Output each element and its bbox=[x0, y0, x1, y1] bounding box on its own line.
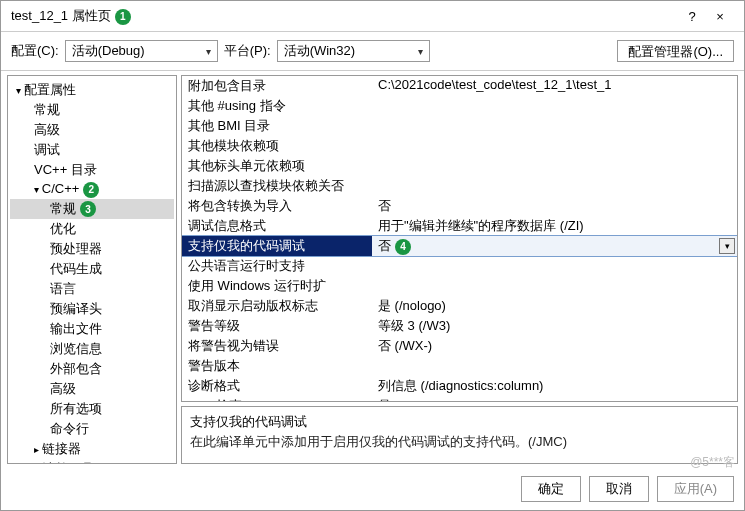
dropdown-button[interactable]: ▾ bbox=[719, 238, 735, 254]
tree-cxx[interactable]: C/C++2 bbox=[10, 180, 174, 199]
property-value[interactable] bbox=[372, 116, 737, 136]
config-label: 配置(C): bbox=[11, 42, 59, 60]
config-combo[interactable]: 活动(Debug) ▾ bbox=[65, 40, 218, 62]
property-row[interactable]: 支持仅我的代码调试否4 bbox=[182, 236, 737, 256]
property-value[interactable]: 否 bbox=[372, 196, 737, 216]
property-value[interactable]: 否4 bbox=[372, 236, 737, 256]
tree-item[interactable]: 预编译头 bbox=[10, 299, 174, 319]
tree-item[interactable]: 高级 bbox=[10, 379, 174, 399]
platform-label: 平台(P): bbox=[224, 42, 271, 60]
chevron-down-icon: ▾ bbox=[206, 46, 211, 57]
annotation-badge-3: 3 bbox=[80, 201, 96, 217]
property-row[interactable]: 附加包含目录C:\2021code\test_code\test_12_1\te… bbox=[182, 76, 737, 96]
tree-item[interactable]: 清单工具 bbox=[10, 459, 174, 465]
description-heading: 支持仅我的代码调试 bbox=[190, 413, 729, 431]
cancel-button[interactable]: 取消 bbox=[589, 476, 649, 502]
property-name: SDL 检查 bbox=[182, 396, 372, 402]
tree-item[interactable]: 高级 bbox=[10, 120, 174, 140]
tree-item[interactable]: 命令行 bbox=[10, 419, 174, 439]
titlebar: test_12_1 属性页1 ? × bbox=[1, 1, 744, 32]
property-row[interactable]: 诊断格式列信息 (/diagnostics:column) bbox=[182, 376, 737, 396]
tree-item[interactable]: 所有选项 bbox=[10, 399, 174, 419]
property-value[interactable]: C:\2021code\test_code\test_12_1\test_1 bbox=[372, 76, 737, 96]
tree-item[interactable]: 常规3 bbox=[10, 199, 174, 219]
property-value[interactable] bbox=[372, 136, 737, 156]
platform-value: 活动(Win32) bbox=[284, 42, 414, 60]
property-row[interactable]: 调试信息格式用于"编辑并继续"的程序数据库 (/ZI) bbox=[182, 216, 737, 236]
property-name: 公共语言运行时支持 bbox=[182, 256, 372, 276]
property-row[interactable]: 其他 BMI 目录 bbox=[182, 116, 737, 136]
property-grid[interactable]: 附加包含目录C:\2021code\test_code\test_12_1\te… bbox=[181, 75, 738, 402]
tree-item[interactable]: VC++ 目录 bbox=[10, 160, 174, 180]
footer: 确定 取消 应用(A) bbox=[1, 468, 744, 510]
tree-root[interactable]: 配置属性 bbox=[10, 80, 174, 100]
property-row[interactable]: SDL 检查是 (/sdl) bbox=[182, 396, 737, 402]
description-pane: 支持仅我的代码调试 在此编译单元中添加用于启用仅我的代码调试的支持代码。(/JM… bbox=[181, 406, 738, 464]
property-name: 其他 BMI 目录 bbox=[182, 116, 372, 136]
property-value[interactable] bbox=[372, 256, 737, 276]
tree-item[interactable]: 优化 bbox=[10, 219, 174, 239]
property-row[interactable]: 取消显示启动版权标志是 (/nologo) bbox=[182, 296, 737, 316]
property-name: 将包含转换为导入 bbox=[182, 196, 372, 216]
annotation-badge-2: 2 bbox=[83, 182, 99, 198]
property-value[interactable] bbox=[372, 276, 737, 296]
window-title: test_12_1 属性页1 bbox=[11, 7, 678, 25]
property-name: 扫描源以查找模块依赖关否 bbox=[182, 176, 372, 196]
property-name: 取消显示启动版权标志 bbox=[182, 296, 372, 316]
property-name: 警告等级 bbox=[182, 316, 372, 336]
property-row[interactable]: 公共语言运行时支持 bbox=[182, 256, 737, 276]
config-value: 活动(Debug) bbox=[72, 42, 202, 60]
property-name: 将警告视为错误 bbox=[182, 336, 372, 356]
property-row[interactable]: 警告等级等级 3 (/W3) bbox=[182, 316, 737, 336]
platform-combo[interactable]: 活动(Win32) ▾ bbox=[277, 40, 430, 62]
description-text: 在此编译单元中添加用于启用仅我的代码调试的支持代码。(/JMC) bbox=[190, 433, 729, 451]
tree-item[interactable]: 浏览信息 bbox=[10, 339, 174, 359]
tree-item[interactable]: 输出文件 bbox=[10, 319, 174, 339]
apply-button[interactable]: 应用(A) bbox=[657, 476, 734, 502]
tree-item[interactable]: 调试 bbox=[10, 140, 174, 160]
property-value[interactable] bbox=[372, 156, 737, 176]
property-value[interactable] bbox=[372, 356, 737, 376]
ok-button[interactable]: 确定 bbox=[521, 476, 581, 502]
property-name: 其他模块依赖项 bbox=[182, 136, 372, 156]
property-row[interactable]: 扫描源以查找模块依赖关否 bbox=[182, 176, 737, 196]
property-value[interactable]: 列信息 (/diagnostics:column) bbox=[372, 376, 737, 396]
property-row[interactable]: 警告版本 bbox=[182, 356, 737, 376]
property-name: 其他 #using 指令 bbox=[182, 96, 372, 116]
property-value[interactable]: 是 (/nologo) bbox=[372, 296, 737, 316]
config-manager-button[interactable]: 配置管理器(O)... bbox=[617, 40, 734, 62]
tree-item[interactable]: 链接器 bbox=[10, 439, 174, 459]
property-row[interactable]: 将警告视为错误否 (/WX-) bbox=[182, 336, 737, 356]
tree-item[interactable]: 代码生成 bbox=[10, 259, 174, 279]
property-name: 支持仅我的代码调试 bbox=[182, 236, 372, 256]
property-value[interactable] bbox=[372, 176, 737, 196]
property-value[interactable]: 是 (/sdl) bbox=[372, 396, 737, 402]
property-name: 诊断格式 bbox=[182, 376, 372, 396]
property-value[interactable]: 等级 3 (/W3) bbox=[372, 316, 737, 336]
annotation-badge-4: 4 bbox=[395, 239, 411, 255]
property-name: 调试信息格式 bbox=[182, 216, 372, 236]
property-name: 附加包含目录 bbox=[182, 76, 372, 96]
main: 配置属性 常规高级调试VC++ 目录 C/C++2 常规3优化预处理器代码生成语… bbox=[7, 75, 738, 464]
property-name: 使用 Windows 运行时扩 bbox=[182, 276, 372, 296]
property-row[interactable]: 使用 Windows 运行时扩 bbox=[182, 276, 737, 296]
toolbar: 配置(C): 活动(Debug) ▾ 平台(P): 活动(Win32) ▾ 配置… bbox=[1, 32, 744, 71]
property-row[interactable]: 其他标头单元依赖项 bbox=[182, 156, 737, 176]
property-row[interactable]: 其他 #using 指令 bbox=[182, 96, 737, 116]
close-button[interactable]: × bbox=[706, 9, 734, 24]
nav-tree[interactable]: 配置属性 常规高级调试VC++ 目录 C/C++2 常规3优化预处理器代码生成语… bbox=[7, 75, 177, 464]
property-value[interactable]: 否 (/WX-) bbox=[372, 336, 737, 356]
tree-item[interactable]: 常规 bbox=[10, 100, 174, 120]
tree-item[interactable]: 语言 bbox=[10, 279, 174, 299]
property-value[interactable] bbox=[372, 96, 737, 116]
tree-item[interactable]: 外部包含 bbox=[10, 359, 174, 379]
property-row[interactable]: 其他模块依赖项 bbox=[182, 136, 737, 156]
help-button[interactable]: ? bbox=[678, 9, 706, 24]
property-name: 警告版本 bbox=[182, 356, 372, 376]
property-name: 其他标头单元依赖项 bbox=[182, 156, 372, 176]
property-row[interactable]: 将包含转换为导入否 bbox=[182, 196, 737, 216]
annotation-badge-1: 1 bbox=[115, 9, 131, 25]
chevron-down-icon: ▾ bbox=[418, 46, 423, 57]
property-value[interactable]: 用于"编辑并继续"的程序数据库 (/ZI) bbox=[372, 216, 737, 236]
tree-item[interactable]: 预处理器 bbox=[10, 239, 174, 259]
